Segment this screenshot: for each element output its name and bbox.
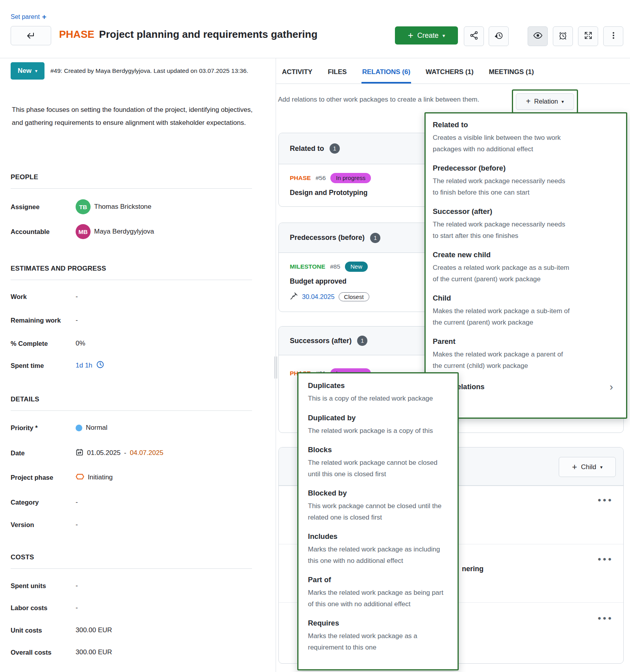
menu-item-duplicated-by[interactable]: Duplicated by The related work package i… <box>308 414 448 437</box>
priority-dot-icon <box>76 425 82 431</box>
spent-time-label: Spent time <box>11 362 76 369</box>
tab-files[interactable]: FILES <box>327 62 347 84</box>
closest-chip: Closest <box>339 292 369 301</box>
spent-units-value[interactable]: - <box>76 582 78 590</box>
category-value[interactable]: - <box>76 498 78 506</box>
phase-gate-icon <box>76 473 84 482</box>
add-relation-label: Relation <box>534 98 558 105</box>
header-divider <box>0 58 630 58</box>
activity-history-button[interactable] <box>489 26 509 46</box>
start-date: 01.05.2025 <box>87 449 120 457</box>
priority-row: Priority * Normal <box>11 420 252 436</box>
overall-costs-row: Overall costs 300.00 EUR <box>11 644 252 660</box>
fullscreen-button[interactable] <box>578 26 598 46</box>
work-package-id[interactable]: #56 <box>315 174 326 182</box>
project-phase-value[interactable]: Initiating <box>76 473 113 482</box>
project-phase-label: Project phase <box>11 474 76 481</box>
version-value[interactable]: - <box>76 521 78 529</box>
create-button[interactable]: + Create ▾ <box>395 26 458 45</box>
row-menu-button[interactable]: ●●● <box>598 555 613 562</box>
people-section-header: PEOPLE <box>11 173 38 181</box>
overall-costs-value[interactable]: 300.00 EUR <box>76 648 112 656</box>
menu-item-blocked-by[interactable]: Blocked by This work package cannot be c… <box>308 489 448 523</box>
work-package-title: Project planning and requirements gather… <box>99 28 318 40</box>
add-child-button[interactable]: + Child ▾ <box>559 457 616 477</box>
version-label: Version <box>11 521 76 529</box>
reminder-button[interactable] <box>553 26 573 46</box>
watch-button[interactable] <box>528 26 548 46</box>
work-package-page: Set parent + PHASEProject planning and r… <box>0 0 630 672</box>
menu-item-parent[interactable]: Parent Makes the related work package a … <box>433 337 626 371</box>
menu-item-related-to[interactable]: Related to Creates a visible link betwee… <box>433 121 626 155</box>
status-badge: New <box>345 262 368 272</box>
work-package-id[interactable]: #85 <box>330 263 340 270</box>
menu-item-part-of[interactable]: Part of Marks the related work package a… <box>308 575 448 610</box>
more-options-button[interactable] <box>603 26 623 46</box>
relation-date[interactable]: 30.04.2025 <box>302 293 335 301</box>
tab-activity[interactable]: ACTIVITY <box>281 62 313 84</box>
work-value[interactable]: - <box>76 293 78 301</box>
section-divider <box>11 188 252 189</box>
date-value[interactable]: 01.05.2025 - 04.07.2025 <box>76 448 163 458</box>
tab-watchers[interactable]: WATCHERS (1) <box>425 62 474 84</box>
tab-meetings[interactable]: MEETINGS (1) <box>488 62 535 84</box>
pin-icon <box>290 292 298 302</box>
spent-time-value[interactable]: 1d 1h <box>76 362 93 369</box>
percent-complete-label: % Complete <box>11 340 76 347</box>
panel-resize-handle[interactable] <box>273 356 278 379</box>
assignee-label: Assignee <box>11 203 76 211</box>
clock-icon[interactable] <box>96 360 104 371</box>
count-badge: 1 <box>370 233 380 243</box>
work-row: Work - <box>11 289 252 304</box>
accountable-value[interactable]: MB Maya Berdygylyjova <box>76 224 154 239</box>
menu-item-duplicates[interactable]: Duplicates This is a copy of the related… <box>308 381 448 405</box>
avatar: MB <box>76 224 91 239</box>
chevron-down-icon: ▾ <box>561 99 564 104</box>
estimates-section-header: ESTIMATES AND PROGRESS <box>11 265 106 273</box>
work-package-type[interactable]: PHASE <box>290 174 311 182</box>
row-menu-button[interactable]: ●●● <box>598 496 613 503</box>
menu-item-includes[interactable]: Includes Marks the related work package … <box>308 532 448 566</box>
add-relation-button[interactable]: + Relation ▾ <box>516 93 574 110</box>
plus-icon: + <box>42 13 46 21</box>
percent-complete-value[interactable]: 0% <box>76 340 85 347</box>
work-package-type[interactable]: MILESTONE <box>290 263 325 270</box>
eye-icon <box>533 30 543 42</box>
chevron-down-icon: ▾ <box>35 68 37 74</box>
work-label: Work <box>11 293 76 301</box>
description-text[interactable]: This phase focuses on setting the founda… <box>12 103 254 129</box>
assignee-row: Assignee TB Thomas Brickstone <box>11 199 252 215</box>
menu-item-other-relations[interactable]: Other relations › <box>433 382 613 392</box>
priority-value[interactable]: Normal <box>76 424 107 432</box>
date-row: Date 01.05.2025 - 04.07.2025 <box>11 445 252 461</box>
tabs-divider <box>276 84 630 84</box>
assignee-value[interactable]: TB Thomas Brickstone <box>76 199 152 214</box>
menu-item-predecessor[interactable]: Predecessor (before) The related work pa… <box>433 164 626 198</box>
back-button[interactable] <box>11 26 51 45</box>
clipped-child-title-fragment[interactable]: nering <box>462 565 484 573</box>
project-phase-text: Initiating <box>88 473 113 481</box>
remaining-work-value[interactable]: - <box>76 316 78 324</box>
unit-costs-value[interactable]: 300.00 EUR <box>76 626 112 634</box>
share-button[interactable] <box>464 26 484 46</box>
labor-costs-value[interactable]: - <box>76 604 78 612</box>
menu-item-requires[interactable]: Requires Marks the related work package … <box>308 619 448 653</box>
menu-item-child[interactable]: Child Makes the related work package a s… <box>433 294 626 328</box>
section-divider <box>11 280 252 280</box>
details-section-header: DETAILS <box>11 395 39 403</box>
status-label: New <box>18 67 32 75</box>
costs-section-header: COSTS <box>11 553 34 561</box>
share-icon <box>469 31 479 42</box>
menu-item-successor[interactable]: Successor (after) The related work packa… <box>433 207 626 241</box>
page-title[interactable]: PHASEProject planning and requirements g… <box>59 28 317 41</box>
fullscreen-icon <box>584 31 593 42</box>
row-menu-button[interactable]: ●●● <box>598 614 613 621</box>
tab-relations[interactable]: RELATIONS (6) <box>361 62 411 84</box>
chevron-right-icon: › <box>610 382 613 392</box>
status-dropdown-button[interactable]: New ▾ <box>11 62 44 80</box>
set-parent-link[interactable]: Set parent + <box>11 13 46 21</box>
calendar-icon <box>76 448 83 458</box>
back-arrow-icon <box>26 31 36 41</box>
menu-item-blocks[interactable]: Blocks The related work package cannot b… <box>308 446 448 480</box>
menu-item-create-new-child[interactable]: Create new child Creates a related work … <box>433 251 626 285</box>
